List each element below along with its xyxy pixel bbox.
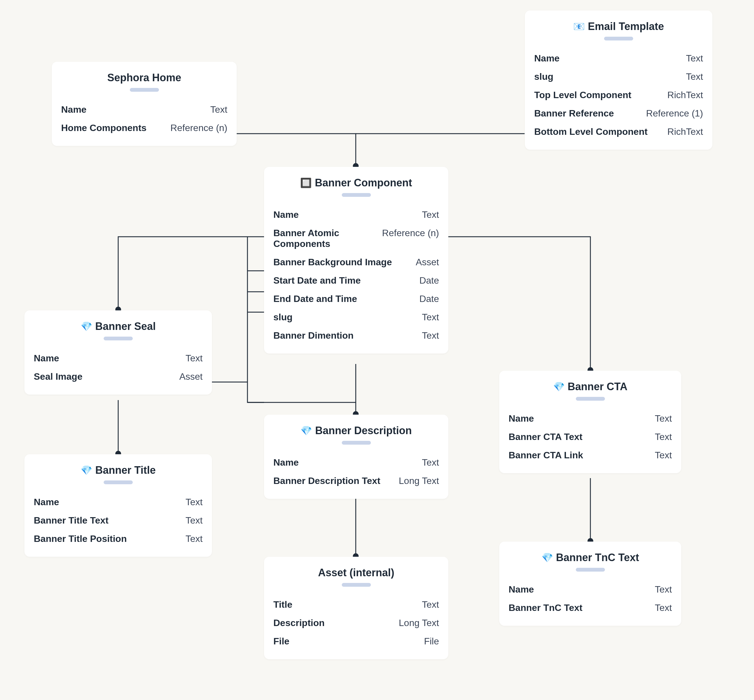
drag-handle[interactable] (130, 88, 159, 92)
field-row[interactable]: Banner CTA TextText (509, 428, 672, 446)
field-row[interactable]: slugText (534, 67, 703, 86)
field-list: NameTextBanner Description TextLong Text (273, 453, 439, 490)
field-type: Reference (n) (170, 123, 227, 133)
field-list: TitleTextDescriptionLong TextFileFile (273, 595, 439, 650)
field-row[interactable]: NameText (534, 49, 703, 67)
field-row[interactable]: Bottom Level ComponentRichText (534, 123, 703, 141)
drag-handle[interactable] (576, 397, 605, 401)
node-title: Sephora Home (61, 72, 227, 84)
node-banner-tnc[interactable]: 💎 Banner TnC Text NameTextBanner TnC Tex… (499, 542, 681, 626)
email-icon: 📧 (573, 22, 585, 31)
drag-handle[interactable] (104, 480, 133, 484)
field-name: Home Components (61, 123, 147, 133)
field-row[interactable]: NameText (34, 493, 203, 511)
field-name: Bottom Level Component (534, 127, 648, 137)
field-name: Description (273, 617, 325, 628)
field-row[interactable]: Banner Atomic ComponentsReference (n) (273, 224, 439, 253)
field-list: NameTextBanner Atomic ComponentsReferenc… (273, 206, 439, 345)
field-row[interactable]: NameText (34, 349, 203, 367)
node-title: 💎 Banner TnC Text (509, 552, 672, 564)
field-type: File (424, 636, 439, 647)
field-name: Name (273, 209, 299, 220)
field-row[interactable]: Banner Title PositionText (34, 530, 203, 548)
drag-handle[interactable] (576, 568, 605, 572)
field-name: Start Date and Time (273, 275, 361, 286)
field-type: Text (422, 330, 439, 341)
field-type: Text (422, 312, 439, 323)
node-sephora-home[interactable]: Sephora Home NameTextHome ComponentsRefe… (52, 62, 237, 146)
field-row[interactable]: Banner CTA LinkText (509, 446, 672, 464)
field-name: File (273, 636, 289, 647)
field-row[interactable]: Banner Background ImageAsset (273, 253, 439, 271)
field-type: Text (210, 104, 227, 115)
field-name: Top Level Component (534, 90, 631, 100)
field-name: slug (273, 312, 293, 323)
node-banner-component[interactable]: 🔲 Banner Component NameTextBanner Atomic… (264, 167, 448, 353)
field-row[interactable]: Banner DimentionText (273, 327, 439, 345)
field-row[interactable]: Banner Title TextText (34, 511, 203, 530)
field-row[interactable]: Banner Description TextLong Text (273, 472, 439, 490)
field-name: Seal Image (34, 371, 83, 382)
field-type: Text (655, 413, 672, 424)
field-type: Asset (416, 257, 439, 267)
field-name: Banner TnC Text (509, 602, 582, 613)
drag-handle[interactable] (604, 37, 633, 41)
node-email-template[interactable]: 📧 Email Template NameTextslugTextTop Lev… (525, 11, 712, 150)
field-name: Banner Reference (534, 108, 614, 119)
node-title-text: Banner Component (315, 177, 412, 189)
diamond-icon: 💎 (81, 322, 92, 331)
field-type: Text (686, 71, 703, 82)
node-title: 🔲 Banner Component (273, 177, 439, 189)
field-row[interactable]: NameText (509, 580, 672, 598)
field-row[interactable]: Banner TnC TextText (509, 598, 672, 617)
field-type: RichText (667, 90, 703, 100)
field-name: Banner Title Text (34, 515, 109, 526)
node-banner-description[interactable]: 💎 Banner Description NameTextBanner Desc… (264, 415, 448, 499)
drag-handle[interactable] (104, 337, 133, 341)
field-name: slug (534, 71, 553, 82)
drag-handle[interactable] (342, 583, 371, 587)
field-name: Banner CTA Link (509, 450, 583, 461)
node-title: 📧 Email Template (534, 20, 703, 33)
field-name: Name (509, 584, 534, 595)
field-row[interactable]: DescriptionLong Text (273, 614, 439, 632)
field-type: Text (422, 209, 439, 220)
field-row[interactable]: NameText (273, 206, 439, 224)
field-list: NameTextslugTextTop Level ComponentRichT… (534, 49, 703, 141)
node-title-text: Banner CTA (568, 381, 628, 393)
field-name: Name (534, 53, 559, 64)
field-name: Banner Title Position (34, 533, 126, 544)
node-title: Asset (internal) (273, 567, 439, 579)
node-banner-title[interactable]: 💎 Banner Title NameTextBanner Title Text… (25, 454, 212, 557)
node-title-text: Asset (internal) (318, 567, 394, 579)
field-row[interactable]: End Date and TimeDate (273, 290, 439, 308)
field-type: Text (655, 602, 672, 613)
field-list: NameTextBanner CTA TextTextBanner CTA Li… (509, 409, 672, 464)
node-banner-seal[interactable]: 💎 Banner Seal NameTextSeal ImageAsset (25, 310, 212, 395)
field-row[interactable]: Banner ReferenceReference (1) (534, 104, 703, 123)
field-list: NameTextBanner Title TextTextBanner Titl… (34, 493, 203, 548)
field-row[interactable]: Top Level ComponentRichText (534, 86, 703, 104)
node-title-text: Banner Title (95, 464, 155, 477)
drag-handle[interactable] (342, 193, 371, 197)
field-name: Banner Dimention (273, 330, 354, 341)
field-row[interactable]: FileFile (273, 632, 439, 650)
node-asset-internal[interactable]: Asset (internal) TitleTextDescriptionLon… (264, 557, 448, 659)
field-row[interactable]: Home ComponentsReference (n) (61, 119, 227, 137)
drag-handle[interactable] (342, 441, 371, 445)
field-row[interactable]: Start Date and TimeDate (273, 271, 439, 290)
field-row[interactable]: slugText (273, 308, 439, 327)
field-row[interactable]: NameText (61, 100, 227, 119)
field-type: Text (186, 497, 203, 508)
field-row[interactable]: NameText (509, 409, 672, 428)
field-name: End Date and Time (273, 294, 357, 304)
field-row[interactable]: TitleText (273, 595, 439, 614)
field-name: Banner CTA Text (509, 431, 582, 442)
node-banner-cta[interactable]: 💎 Banner CTA NameTextBanner CTA TextText… (499, 371, 681, 473)
field-type: RichText (667, 127, 703, 137)
node-title-text: Banner Seal (95, 320, 156, 333)
diamond-icon: 💎 (81, 466, 92, 475)
field-row[interactable]: NameText (273, 453, 439, 472)
field-name: Banner Background Image (273, 257, 392, 267)
field-row[interactable]: Seal ImageAsset (34, 367, 203, 386)
